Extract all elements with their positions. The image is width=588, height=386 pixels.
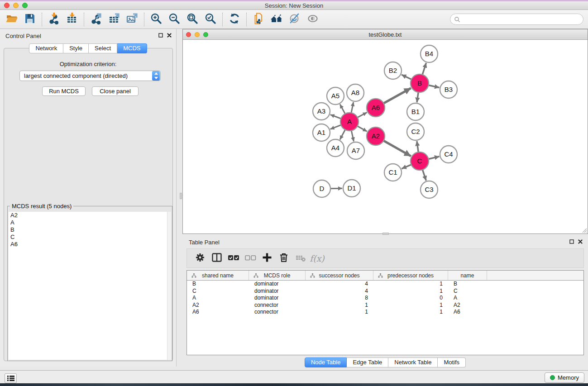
save-session-button[interactable]	[21, 11, 39, 28]
table-row[interactable]: A2connector11A2	[187, 302, 583, 309]
network-node-B1[interactable]: B1	[407, 103, 424, 120]
table-row[interactable]: Adominator80A	[187, 295, 583, 302]
vertical-splitter-handle[interactable]	[180, 193, 182, 199]
table-cell[interactable]: C	[187, 288, 249, 295]
resize-grip-icon[interactable]	[581, 227, 587, 233]
search-field[interactable]	[450, 14, 583, 25]
tab-network-table[interactable]: Network Table	[388, 357, 438, 367]
result-item[interactable]: B	[9, 226, 167, 234]
duplicate-network-button[interactable]	[249, 11, 268, 28]
network-node-B3[interactable]: B3	[440, 81, 457, 98]
table-cell[interactable]: 1	[373, 288, 448, 295]
export-table-button[interactable]	[105, 11, 123, 28]
network-node-A8[interactable]: A8	[347, 84, 364, 101]
column-header-predecessor-nodes[interactable]: predecessor nodes	[373, 271, 448, 280]
table-cell[interactable]: dominator	[249, 281, 306, 288]
table-cell[interactable]: dominator	[249, 288, 306, 295]
float-panel-button[interactable]	[158, 33, 163, 38]
table-cell[interactable]: dominator	[249, 295, 306, 302]
close-table-panel-button[interactable]	[578, 239, 583, 244]
column-header-successor-nodes[interactable]: successor nodes	[306, 271, 373, 280]
float-table-panel-button[interactable]	[569, 239, 574, 244]
result-item[interactable]: A2	[9, 212, 167, 219]
network-canvas[interactable]: AA1A2A3A4A5A6A7A8BB1B2B3B4CC1C2C3C4DD1	[183, 40, 588, 234]
close-panel-button-2[interactable]: Close panel	[92, 86, 139, 96]
table-cell[interactable]: A	[448, 295, 487, 302]
import-table-button[interactable]	[63, 11, 81, 28]
tab-style[interactable]: Style	[63, 43, 89, 53]
tab-motifs[interactable]: Motifs	[438, 357, 466, 367]
show-hide-button[interactable]	[304, 11, 322, 28]
import-network-button[interactable]	[45, 11, 63, 28]
table-cell[interactable]: A6	[448, 309, 487, 316]
close-panel-button[interactable]	[167, 33, 172, 38]
table-cell[interactable]: A6	[187, 309, 249, 316]
table-cell[interactable]: 0	[373, 295, 448, 302]
delete-row-button[interactable]	[275, 250, 292, 267]
table-cell[interactable]: 1	[373, 309, 448, 316]
column-header-name[interactable]: name	[448, 271, 487, 280]
refresh-button[interactable]	[225, 11, 244, 28]
table-cell[interactable]: 1	[306, 302, 373, 309]
zoom-out-button[interactable]	[165, 11, 183, 28]
tab-mcds[interactable]: MCDS	[117, 43, 147, 53]
result-item[interactable]: A	[9, 219, 167, 226]
table-row[interactable]: Cdominator41C	[187, 288, 583, 295]
add-row-button[interactable]	[258, 250, 275, 267]
settings-button[interactable]	[191, 250, 208, 267]
network-node-C[interactable]: C	[411, 152, 429, 170]
network-node-A5[interactable]: A5	[327, 87, 344, 105]
criterion-dropdown[interactable]: largest connected component (directed)	[19, 71, 161, 81]
vizmapper-button[interactable]	[286, 11, 304, 28]
tab-node-table[interactable]: Node Table	[305, 357, 347, 367]
network-node-B[interactable]: B	[411, 74, 429, 92]
task-history-button[interactable]	[5, 373, 17, 383]
network-node-B4[interactable]: B4	[421, 45, 438, 62]
horizontal-splitter-handle[interactable]	[382, 233, 389, 235]
result-item[interactable]: C	[9, 234, 167, 241]
table-cell[interactable]: A	[187, 295, 249, 302]
tab-edge-table[interactable]: Edge Table	[347, 357, 388, 367]
table-cell[interactable]: C	[448, 288, 487, 295]
table-cell[interactable]: B	[448, 281, 487, 288]
table-cell[interactable]: 1	[373, 281, 448, 288]
table-cell[interactable]: A2	[448, 302, 487, 309]
select-all-button[interactable]	[225, 250, 242, 267]
network-node-A7[interactable]: A7	[347, 142, 364, 159]
tab-select[interactable]: Select	[89, 43, 117, 53]
network-node-A6[interactable]: A6	[367, 99, 385, 117]
table-cell[interactable]: 8	[306, 295, 373, 302]
table-cell[interactable]: B	[187, 281, 249, 288]
network-node-B2[interactable]: B2	[384, 62, 402, 79]
table-row[interactable]: Bdominator41B	[187, 281, 583, 288]
search-input[interactable]	[460, 16, 583, 23]
table-cell[interactable]: 1	[373, 302, 448, 309]
network-node-C4[interactable]: C4	[440, 146, 457, 163]
run-mcds-button[interactable]: Run MCDS	[42, 86, 86, 96]
table-cell[interactable]: connector	[249, 302, 306, 309]
network-node-A4[interactable]: A4	[327, 139, 344, 157]
network-node-A3[interactable]: A3	[313, 103, 330, 120]
network-node-D1[interactable]: D1	[343, 180, 360, 197]
network-node-A1[interactable]: A1	[313, 124, 330, 141]
table-cell[interactable]: 1	[306, 309, 373, 316]
network-node-C3[interactable]: C3	[421, 181, 438, 198]
network-node-A[interactable]: A	[340, 113, 359, 131]
tab-network[interactable]: Network	[29, 43, 63, 53]
network-node-C1[interactable]: C1	[384, 164, 402, 181]
zoom-fit-button[interactable]	[183, 11, 201, 28]
result-scrollbar[interactable]	[167, 212, 171, 360]
table-cell[interactable]: 4	[306, 281, 373, 288]
network-node-D[interactable]: D	[313, 180, 330, 197]
network-node-C2[interactable]: C2	[407, 123, 424, 140]
export-image-button[interactable]	[123, 11, 141, 28]
network-node-A2[interactable]: A2	[367, 127, 385, 145]
export-network-button[interactable]	[87, 11, 105, 28]
memory-button[interactable]: Memory	[545, 372, 584, 383]
columns-button[interactable]	[208, 250, 225, 267]
table-cell[interactable]: A2	[187, 302, 249, 309]
deselect-all-button[interactable]	[242, 250, 258, 267]
home-button[interactable]	[268, 11, 286, 28]
zoom-selected-button[interactable]	[201, 11, 220, 28]
zoom-in-button[interactable]	[147, 11, 165, 28]
